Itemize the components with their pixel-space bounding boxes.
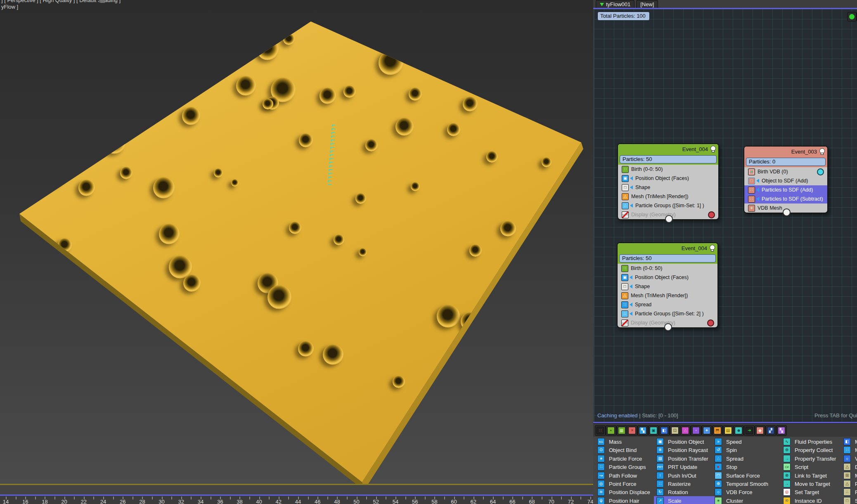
event-output-connector[interactable] xyxy=(664,323,672,331)
operator-row[interactable]: △Mesh (TriMesh [Render]) xyxy=(618,192,718,201)
depot-operator-item-clipped[interactable]: F xyxy=(855,489,857,495)
depot-operator-item[interactable]: Rasterize xyxy=(668,481,691,487)
depot-operator-item-clipped[interactable]: M xyxy=(855,447,857,453)
depot-operator-icon[interactable]: » xyxy=(715,438,722,445)
depot-operator-icon[interactable]: ◧ xyxy=(843,438,851,445)
input-connector-icon[interactable] xyxy=(630,303,632,307)
node-graph-canvas[interactable]: Total Particles: 100 Caching enabled | S… xyxy=(594,9,857,422)
depot-operator-item[interactable]: VDB Force xyxy=(726,489,753,495)
operator-row[interactable]: ∷Birth (0-0: 50) xyxy=(618,264,717,273)
depot-operator-icon[interactable]: ☼ xyxy=(843,455,851,462)
depot-operator-icon[interactable]: ⊙ xyxy=(597,446,605,454)
physx-category-button[interactable]: ✦ xyxy=(701,425,712,436)
operator-row[interactable]: ▣Position Object (Faces) xyxy=(618,273,717,282)
depot-operator-item[interactable]: Position Object xyxy=(668,439,704,445)
depot-operator-icon[interactable]: ∴ xyxy=(715,455,722,462)
event-node[interactable]: Event_004Particles: 50∷Birth (0-0: 50)▣P… xyxy=(617,242,718,328)
test-category-button[interactable]: ⊡ xyxy=(670,425,680,436)
display-toggle-icon[interactable] xyxy=(707,319,714,327)
depot-operator-item-clipped[interactable]: V xyxy=(855,456,857,462)
operator-row[interactable]: □Shape xyxy=(618,282,717,291)
input-connector-icon[interactable] xyxy=(756,197,759,201)
input-connector-icon[interactable] xyxy=(630,312,632,316)
depot-operator-item[interactable]: Particle Groups xyxy=(609,464,646,470)
event-header[interactable]: Event_003 xyxy=(744,147,827,156)
tab-tyflow001[interactable]: tyFlow001 xyxy=(596,0,634,8)
input-connector-icon[interactable] xyxy=(756,188,759,192)
material-category-button[interactable]: ∴ xyxy=(680,425,691,436)
operator-row[interactable]: □Object to SDF (Add) xyxy=(744,176,827,185)
group-category-button[interactable]: ▦ xyxy=(616,425,627,436)
depot-operator-icon[interactable]: ∷ xyxy=(843,446,851,454)
depot-operator-icon[interactable]: ※ xyxy=(656,446,664,454)
depot-operator-icon[interactable]: ▣ xyxy=(656,438,664,445)
operator-row[interactable]: ∴Particle Groups ([Sim-Set: 1] ) xyxy=(618,201,718,210)
depot-operator-item[interactable]: Rotation xyxy=(668,489,688,495)
operator-row[interactable]: ∷Spread xyxy=(618,300,717,309)
depot-operator-icon[interactable]: ↝ xyxy=(597,472,605,479)
operator-row[interactable]: ∷Particles to SDF (Subtract) xyxy=(744,194,827,203)
cratered-slab-mesh[interactable] xyxy=(0,0,593,484)
depot-operator-icon[interactable]: ⊞ xyxy=(843,472,851,479)
object-category-button[interactable]: ⬒ xyxy=(712,425,723,436)
timeline-ruler[interactable]: 1416182022242628303234363840424446485052… xyxy=(0,495,593,504)
depot-operator-icon[interactable]: ID xyxy=(783,497,791,504)
depot-operator-icon[interactable]: ∗ xyxy=(715,497,722,504)
depot-operator-icon[interactable]: ∗ xyxy=(597,455,605,462)
force-category-button[interactable]: ▚ xyxy=(637,425,648,436)
operator-row[interactable]: ∷Birth (0-0: 50) xyxy=(618,165,718,174)
depot-operator-item[interactable]: Position Hair xyxy=(609,498,639,504)
depot-operator-icon[interactable]: ◎ xyxy=(597,480,605,487)
depot-operator-icon[interactable]: → xyxy=(783,480,791,487)
depot-operator-item-clipped[interactable]: M xyxy=(855,473,857,479)
operator-row[interactable]: △Mesh (TriMesh [Render]) xyxy=(618,291,717,300)
depot-operator-icon[interactable]: □ xyxy=(843,497,851,504)
depot-operator-item[interactable]: Speed xyxy=(726,439,742,445)
depot-operator-item[interactable]: Point Force xyxy=(609,481,636,487)
depot-operator-item[interactable]: Stop xyxy=(726,464,737,470)
lightbulb-icon[interactable] xyxy=(710,146,716,152)
depot-operator-icon[interactable]: ≋ xyxy=(597,488,605,496)
depot-operator-item[interactable]: Path Follow xyxy=(609,473,637,479)
operator-row[interactable]: □Shape xyxy=(618,183,718,192)
input-connector-icon[interactable] xyxy=(630,203,633,208)
operator-row[interactable]: ∴Particle Groups ([Sim-Set: 2] ) xyxy=(618,309,717,318)
event-node[interactable]: Event_003Particles: 0●Birth VDB (0)□Obje… xyxy=(743,146,828,213)
misc-category-button[interactable]: ▚ xyxy=(776,425,787,436)
input-connector-icon[interactable] xyxy=(630,275,632,279)
depot-operator-item[interactable]: Script xyxy=(795,464,808,470)
vdb-output-icon[interactable] xyxy=(817,168,824,175)
depot-operator-icon[interactable]: ∷ xyxy=(597,463,605,471)
depot-operator-item[interactable]: Instance ID xyxy=(795,498,822,504)
shape-category-button[interactable]: ▣ xyxy=(648,425,659,436)
event-output-connector[interactable] xyxy=(783,208,791,216)
depot-operator-icon[interactable]: ψ xyxy=(597,497,605,504)
depot-operator-item[interactable]: Mass xyxy=(609,439,622,445)
operator-row[interactable]: ▣Position Object (Faces) xyxy=(618,174,718,183)
depot-operator-icon[interactable]: ☼ xyxy=(715,488,722,496)
depot-operator-item[interactable]: Move to Target xyxy=(795,481,830,487)
depot-operator-icon[interactable]: △ xyxy=(843,463,851,471)
depot-operator-icon[interactable]: ∿ xyxy=(783,438,791,445)
depot-operator-item[interactable]: Spread xyxy=(726,456,743,462)
display-category-button[interactable]: ◧ xyxy=(659,425,670,436)
lightbulb-icon[interactable] xyxy=(819,148,825,155)
depot-operator-icon[interactable]: C# xyxy=(783,463,791,471)
depot-operator-item-clipped[interactable]: S xyxy=(855,498,857,504)
depot-operator-icon[interactable]: PRT xyxy=(656,463,664,471)
depot-operator-item[interactable]: Particle Force xyxy=(609,456,642,462)
depot-operator-icon[interactable]: ⊗ xyxy=(783,472,791,479)
delete-category-button[interactable]: × xyxy=(627,425,637,436)
depot-operator-item[interactable]: Object Bind xyxy=(609,447,637,453)
depot-operator-item[interactable]: Temporal Smooth xyxy=(726,481,768,487)
flow-category-button[interactable]: ➜ xyxy=(744,425,755,436)
depot-operator-icon[interactable]: ⊕ xyxy=(715,480,722,487)
operator-row[interactable]: ∷Particles to SDF (Add) xyxy=(744,185,827,194)
depot-operator-item[interactable]: Property Transfer xyxy=(795,456,836,462)
actor-category-button[interactable]: ☻ xyxy=(733,425,744,436)
event-header[interactable]: Event_004 xyxy=(618,144,718,154)
input-connector-icon[interactable] xyxy=(630,176,633,180)
depot-operator-item[interactable]: Set Target xyxy=(795,489,819,495)
depot-operator-item[interactable]: Fluid Properties xyxy=(795,439,832,445)
depot-operator-item[interactable]: Scale xyxy=(668,498,682,504)
